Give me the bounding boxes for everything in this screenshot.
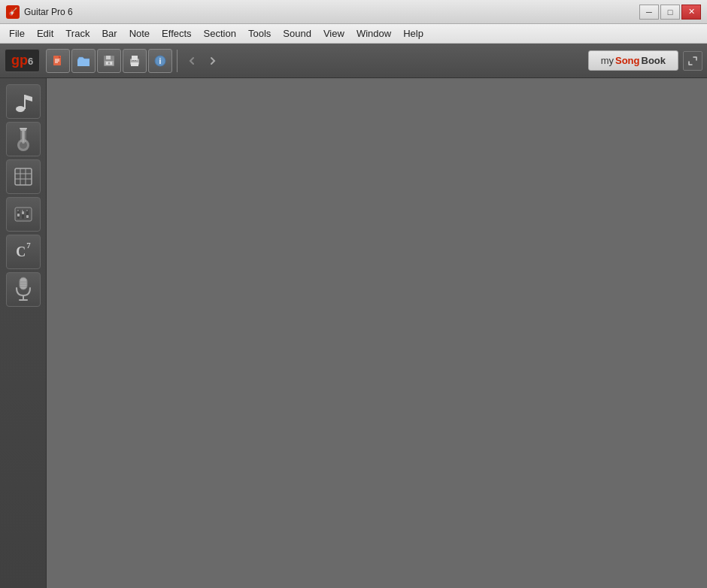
toolbar-separator-1 <box>177 50 178 72</box>
svg-rect-24 <box>20 128 27 129</box>
print-button[interactable] <box>123 49 147 73</box>
info-button[interactable]: i <box>148 49 172 73</box>
minimize-button[interactable]: ─ <box>639 5 659 20</box>
menu-item-bar[interactable]: Bar <box>96 26 123 41</box>
app-icon: 🎸 <box>6 5 20 19</box>
expand-button[interactable] <box>683 51 702 71</box>
maximize-button[interactable]: □ <box>660 5 680 20</box>
gp-logo: gp6 <box>5 49 40 72</box>
mysongbook-my-text: my <box>601 55 614 66</box>
sidebar-item-guitar[interactable] <box>6 122 41 156</box>
svg-rect-15 <box>135 60 136 61</box>
sidebar-item-grid[interactable] <box>6 159 41 194</box>
sidebar-item-mixer[interactable] <box>6 197 41 232</box>
svg-rect-43 <box>20 277 27 289</box>
menu-item-file[interactable]: File <box>3 26 31 41</box>
new-button[interactable] <box>46 49 70 73</box>
sidebar-item-chord[interactable]: C7 <box>6 235 41 269</box>
svg-rect-14 <box>132 60 134 61</box>
svg-point-42 <box>26 210 28 211</box>
svg-point-41 <box>22 210 23 211</box>
sidebar-item-microphone[interactable] <box>6 272 41 307</box>
menu-item-help[interactable]: Help <box>397 26 429 41</box>
menu-item-view[interactable]: View <box>317 26 350 41</box>
title-text: Guitar Pro 6 <box>24 7 639 17</box>
close-button[interactable]: ✕ <box>681 5 701 20</box>
menu-item-effects[interactable]: Effects <box>156 26 198 41</box>
svg-point-40 <box>17 210 19 211</box>
svg-rect-12 <box>132 56 138 60</box>
svg-rect-35 <box>17 214 20 217</box>
main-content <box>47 78 707 588</box>
svg-rect-28 <box>15 168 32 185</box>
left-sidebar: C7 <box>0 78 47 588</box>
sidebar-item-notes[interactable] <box>6 84 41 119</box>
mysongbook-button[interactable]: mySongBook <box>588 50 678 71</box>
menu-item-window[interactable]: Window <box>350 26 397 41</box>
svg-point-10 <box>108 62 111 64</box>
nav-back-button[interactable] <box>182 51 202 71</box>
menu-item-sound[interactable]: Sound <box>277 26 317 41</box>
title-bar: 🎸 Guitar Pro 6 ─ □ ✕ <box>0 0 707 24</box>
menu-item-section[interactable]: Section <box>198 26 242 41</box>
svg-text:i: i <box>159 57 162 65</box>
svg-rect-13 <box>131 62 138 66</box>
nav-forward-button[interactable] <box>203 51 223 71</box>
open-button[interactable] <box>71 49 96 73</box>
menu-item-track[interactable]: Track <box>59 26 96 41</box>
mysongbook-song-text: Song <box>615 55 640 66</box>
save-as-button[interactable] <box>97 49 121 73</box>
menu-item-note[interactable]: Note <box>123 26 156 41</box>
svg-point-18 <box>16 106 25 112</box>
menu-bar: FileEditTrackBarNoteEffectsSectionToolsS… <box>0 24 707 44</box>
toolbar: gp6 <box>0 44 707 78</box>
main-layout: C7 <box>0 78 707 588</box>
svg-rect-37 <box>22 211 24 214</box>
menu-item-edit[interactable]: Edit <box>31 26 59 41</box>
svg-rect-39 <box>26 215 29 218</box>
mysongbook-book-text: Book <box>642 55 666 66</box>
menu-item-tools[interactable]: Tools <box>242 26 277 41</box>
window-controls: ─ □ ✕ <box>639 5 701 20</box>
svg-rect-7 <box>106 56 111 59</box>
